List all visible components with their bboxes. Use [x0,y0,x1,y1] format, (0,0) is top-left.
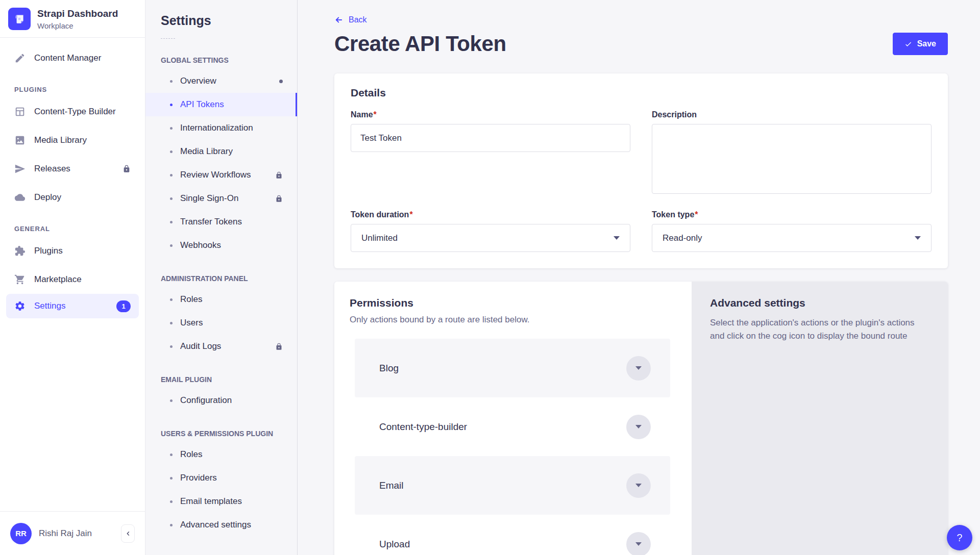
bullet-dot [170,524,173,526]
bullet-dot [170,150,173,153]
name-input[interactable] [351,124,630,152]
strapi-logo-icon [8,8,31,30]
token-duration-select[interactable]: Unlimited [351,224,630,252]
subnav-item-email-templates[interactable]: Email templates [145,490,297,513]
nav-item-settings[interactable]: Settings 1 [6,294,139,318]
permissions-subtitle: Only actions bound by a route are listed… [350,315,676,325]
divider [161,38,175,39]
brand-title: Strapi Dashboard [37,8,118,19]
token-type-field-group: Token type* Read-only [652,210,932,252]
save-button[interactable]: Save [893,33,948,55]
accordion-toggle-button[interactable] [626,415,651,439]
back-link[interactable]: Back [334,15,367,24]
description-textarea[interactable] [652,124,932,194]
advanced-settings-heading: Advanced settings [710,297,929,309]
bullet-dot [170,477,173,480]
accordion-toggle-button[interactable] [626,356,651,381]
nav-item-content-type-builder[interactable]: Content-Type Builder [0,97,145,126]
avatar: RR [10,523,32,544]
subnav-item-transfer-tokens[interactable]: Transfer Tokens [145,210,297,234]
lock-icon [122,165,131,173]
accordion-upload[interactable]: Upload [355,515,670,555]
token-type-label-text: Token type [652,210,694,219]
bullet-dot [170,322,173,324]
subnav-item-single-sign-on[interactable]: Single Sign-On [145,187,297,210]
accordion-blog[interactable]: Blog [355,339,670,397]
subnav-item-audit-logs[interactable]: Audit Logs [145,335,297,358]
subnav-item-overview[interactable]: Overview [145,69,297,93]
nav-item-label: Content Manager [34,53,101,63]
nav-item-marketplace[interactable]: Marketplace [0,265,145,294]
nav-item-label: Plugins [34,246,63,256]
subnav-item-roles-up[interactable]: Roles [145,443,297,466]
subnav-item-media-library[interactable]: Media Library [145,140,297,163]
subnav-item-internationalization[interactable]: Internationalization [145,116,297,140]
cart-icon [14,274,26,285]
subnav-item-roles-admin[interactable]: Roles [145,288,297,311]
nav-section-general: GENERAL [0,225,145,233]
pen-icon [14,53,26,64]
name-label-text: Name [351,110,373,119]
arrow-left-icon [334,15,344,24]
main-content: Back Create API Token Save Details Name*… [298,0,980,555]
collapse-sidebar-button[interactable] [121,524,135,543]
subnav-item-label: Configuration [180,395,232,406]
token-type-select[interactable]: Read-only [652,224,932,252]
advanced-settings-description: Select the application's actions or the … [710,316,922,343]
subnav-item-providers[interactable]: Providers [145,466,297,490]
help-label: ? [957,532,962,544]
lock-icon [275,195,283,203]
nav-item-deploy[interactable]: Deploy [0,183,145,212]
nav-item-label: Content-Type Builder [34,107,116,117]
accordion-content-type-builder[interactable]: Content-type-builder [355,397,670,456]
nav-item-label: Settings [34,301,65,311]
save-label: Save [917,39,936,48]
token-duration-label-text: Token duration [351,210,409,219]
accordion-label: Content-type-builder [379,421,467,433]
caret-down-icon [614,236,620,240]
accordion-toggle-button[interactable] [626,532,651,555]
main-sidebar: Strapi Dashboard Workplace Content Manag… [0,0,145,555]
accordion-email[interactable]: Email [355,456,670,515]
token-type-label: Token type* [652,210,932,219]
bullet-dot [170,500,173,503]
caret-down-icon [915,236,921,240]
subnav-item-label: Email templates [180,496,242,507]
layout-icon [14,106,26,117]
subnav-item-label: Overview [180,76,216,86]
nav-item-content-manager[interactable]: Content Manager [0,44,145,72]
bullet-dot [170,399,173,402]
subnav-item-webhooks[interactable]: Webhooks [145,234,297,257]
details-card: Details Name* Description Token duration… [334,73,948,268]
nav-item-releases[interactable]: Releases [0,155,145,183]
required-asterisk: * [374,110,377,119]
accordion-label: Email [379,480,404,491]
help-button[interactable]: ? [947,525,972,550]
nav-item-plugins[interactable]: Plugins [0,237,145,265]
nav-item-label: Media Library [34,135,87,145]
token-type-value: Read-only [663,233,702,243]
subnav-item-advanced-settings[interactable]: Advanced settings [145,513,297,537]
check-icon [904,40,912,48]
brand-subtitle: Workplace [37,21,118,30]
back-label: Back [349,15,367,24]
token-duration-field-group: Token duration* Unlimited [351,210,630,252]
subnav-item-users[interactable]: Users [145,311,297,335]
subnav-item-api-tokens[interactable]: API Tokens [145,93,297,116]
gear-icon [14,300,26,312]
bullet-dot [170,197,173,200]
subnav-item-review-workflows[interactable]: Review Workflows [145,163,297,187]
description-field-group: Description [652,110,932,196]
caret-down-icon [635,484,642,487]
accordion-toggle-button[interactable] [626,473,651,498]
bullet-dot [170,345,173,348]
permissions-panel: Permissions Only actions bound by a rout… [334,282,692,555]
bullet-dot [170,221,173,223]
bullet-dot [170,174,173,176]
nav-item-label: Deploy [34,192,61,203]
notification-dot [279,80,283,83]
nav-item-media-library[interactable]: Media Library [0,126,145,155]
token-duration-label: Token duration* [351,210,630,219]
settings-badge: 1 [116,300,131,312]
subnav-item-configuration[interactable]: Configuration [145,389,297,412]
